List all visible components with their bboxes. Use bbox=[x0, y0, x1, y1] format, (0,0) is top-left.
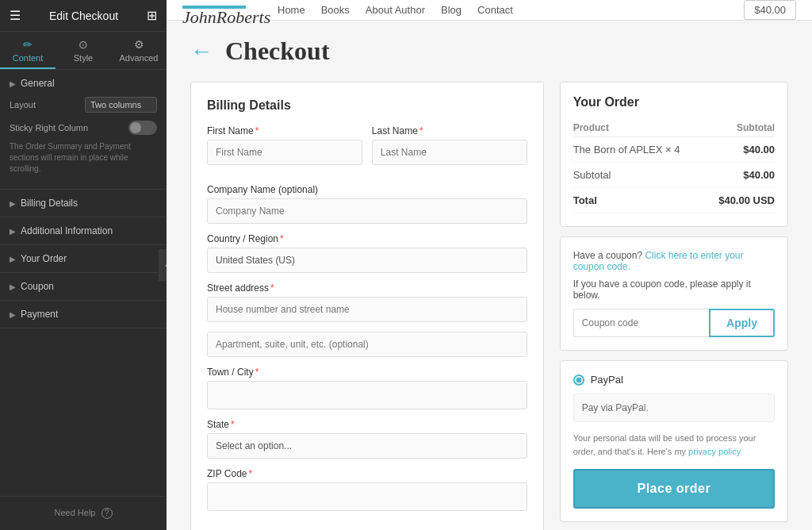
privacy-text: Your personal data will be used to proce… bbox=[573, 432, 775, 458]
nav-bar: JohnRoberts Home Books About Author Blog… bbox=[167, 0, 812, 21]
order-table: Product Subtotal The Born of APLEX × 4 $… bbox=[573, 119, 775, 213]
tab-content[interactable]: ✏ Content bbox=[0, 32, 56, 69]
page-area: ← Checkout Billing Details First Name* bbox=[167, 21, 812, 530]
last-name-group: Last Name* bbox=[372, 125, 527, 165]
coupon-row: Apply bbox=[573, 309, 775, 337]
product-name: The Born of APLEX × 4 bbox=[573, 137, 706, 163]
your-order-section-label: Your Order bbox=[21, 253, 67, 264]
advanced-tab-icon: ⚙ bbox=[134, 38, 144, 51]
country-group: Country / Region* United States (US) Uni… bbox=[207, 233, 527, 273]
coupon-input[interactable] bbox=[573, 309, 709, 337]
general-section-header[interactable]: ▶ General bbox=[10, 78, 157, 89]
subtotal-col-header: Subtotal bbox=[705, 119, 775, 137]
menu-icon[interactable]: ☰ bbox=[10, 8, 21, 23]
tab-content-label: Content bbox=[13, 53, 44, 63]
place-order-button[interactable]: Place order bbox=[573, 469, 775, 509]
your-order-box: Your Order Product Subtotal The Born of … bbox=[560, 82, 788, 227]
total-label: Total bbox=[573, 188, 706, 213]
first-name-group: First Name* bbox=[207, 125, 362, 165]
coupon-hint: If you have a coupon code, please apply … bbox=[573, 278, 775, 301]
sidebar-item-coupon[interactable]: ▶ Coupon bbox=[0, 273, 167, 301]
need-help-text: Need Help bbox=[54, 508, 95, 517]
coupon-box: Have a coupon? Click here to enter your … bbox=[560, 236, 788, 351]
city-input[interactable] bbox=[207, 381, 527, 409]
city-label: Town / City* bbox=[207, 367, 527, 378]
payment-arrow-icon: ▶ bbox=[10, 310, 16, 319]
nav-link-blog[interactable]: Blog bbox=[441, 4, 462, 16]
product-amount: $40.00 bbox=[705, 137, 775, 163]
back-arrow-icon[interactable]: ← bbox=[190, 39, 213, 64]
sidebar-item-billing-details[interactable]: ▶ Billing Details bbox=[0, 190, 167, 217]
tab-style-label: Style bbox=[74, 53, 93, 63]
payment-section-label: Payment bbox=[21, 309, 58, 320]
sidebar-collapse-button[interactable]: ‹ bbox=[159, 249, 167, 281]
nav-cart[interactable]: $40.00 bbox=[744, 0, 796, 20]
sidebar-footer: Need Help ? bbox=[0, 496, 167, 530]
nav-logo-text: JohnRoberts bbox=[182, 7, 246, 9]
apply-button[interactable]: Apply bbox=[709, 309, 775, 337]
zip-label: ZIP Code* bbox=[207, 468, 527, 479]
your-order-arrow-icon: ▶ bbox=[10, 255, 16, 263]
country-select[interactable]: United States (US) United Kingdom Canada bbox=[207, 248, 527, 273]
general-section: ▶ General Layout Two columns One column … bbox=[0, 70, 167, 190]
order-column: Your Order Product Subtotal The Born of … bbox=[560, 82, 788, 530]
name-row: First Name* Last Name* bbox=[207, 125, 527, 175]
billing-section-label: Billing Details bbox=[21, 198, 78, 209]
tab-advanced-label: Advanced bbox=[120, 53, 159, 63]
zip-group: ZIP Code* bbox=[207, 468, 527, 511]
sidebar-tabs: ✏ Content ⊙ Style ⚙ Advanced bbox=[0, 32, 167, 70]
sticky-label: Sticky Right Column bbox=[10, 123, 88, 132]
coupon-link-text: Have a coupon? Click here to enter your … bbox=[573, 250, 775, 272]
sidebar-item-your-order[interactable]: ▶ Your Order bbox=[0, 245, 167, 273]
paypal-description: Pay via PayPal. bbox=[573, 394, 775, 422]
subtotal-row: Subtotal $40.00 bbox=[573, 163, 775, 188]
nav-link-contact[interactable]: Contact bbox=[477, 4, 513, 16]
paypal-radio[interactable] bbox=[573, 374, 584, 386]
street-input[interactable] bbox=[207, 297, 527, 322]
tab-style[interactable]: ⊙ Style bbox=[56, 32, 111, 69]
checkout-columns: Billing Details First Name* Last Name* bbox=[190, 82, 788, 530]
additional-arrow-icon: ▶ bbox=[10, 227, 16, 236]
privacy-policy-link[interactable]: privacy policy bbox=[688, 447, 741, 456]
checkout-heading-area: ← Checkout bbox=[190, 36, 788, 66]
table-row: The Born of APLEX × 4 $40.00 bbox=[573, 137, 775, 163]
last-name-input[interactable] bbox=[372, 140, 527, 165]
sticky-toggle[interactable] bbox=[128, 121, 157, 135]
grid-icon[interactable]: ⊞ bbox=[147, 8, 157, 23]
coupon-section-label: Coupon bbox=[21, 281, 54, 292]
last-name-label: Last Name* bbox=[372, 125, 527, 136]
nav-link-books[interactable]: Books bbox=[321, 4, 350, 16]
paypal-row: PayPal bbox=[573, 374, 775, 386]
your-order-title: Your Order bbox=[573, 95, 775, 109]
main-content: JohnRoberts Home Books About Author Blog… bbox=[167, 0, 812, 530]
sticky-toggle-row: Sticky Right Column bbox=[10, 121, 157, 135]
general-section-label: General bbox=[21, 78, 55, 89]
coupon-arrow-icon: ▶ bbox=[10, 282, 16, 291]
company-input[interactable] bbox=[207, 198, 527, 224]
zip-input[interactable] bbox=[207, 482, 527, 511]
company-group: Company Name (optional) bbox=[207, 184, 527, 224]
first-name-label: First Name* bbox=[207, 125, 362, 136]
help-icon[interactable]: ? bbox=[102, 508, 113, 519]
state-select[interactable]: Select an option... bbox=[207, 433, 527, 459]
first-name-input[interactable] bbox=[207, 140, 362, 165]
sidebar-item-payment[interactable]: ▶ Payment bbox=[0, 301, 167, 328]
street-label: Street address* bbox=[207, 282, 527, 294]
sidebar-item-additional-info[interactable]: ▶ Additional Information bbox=[0, 217, 167, 245]
nav-link-about-author[interactable]: About Author bbox=[366, 4, 425, 16]
street2-input[interactable] bbox=[207, 332, 527, 357]
country-label: Country / Region* bbox=[207, 233, 527, 244]
tab-advanced[interactable]: ⚙ Advanced bbox=[111, 32, 167, 69]
street-group: Street address* bbox=[207, 282, 527, 357]
sidebar-header: ☰ Edit Checkout ⊞ bbox=[0, 0, 167, 32]
total-value: $40.00 USD bbox=[705, 188, 775, 213]
general-arrow-icon: ▶ bbox=[10, 79, 16, 88]
layout-select[interactable]: Two columns One column bbox=[85, 97, 157, 113]
subtotal-label: Subtotal bbox=[573, 163, 706, 188]
nav-link-home[interactable]: Home bbox=[278, 4, 305, 16]
state-label: State* bbox=[207, 419, 527, 430]
billing-title: Billing Details bbox=[207, 98, 527, 113]
billing-column: Billing Details First Name* Last Name* bbox=[190, 82, 544, 530]
city-group: Town / City* bbox=[207, 367, 527, 409]
total-row: Total $40.00 USD bbox=[573, 188, 775, 213]
